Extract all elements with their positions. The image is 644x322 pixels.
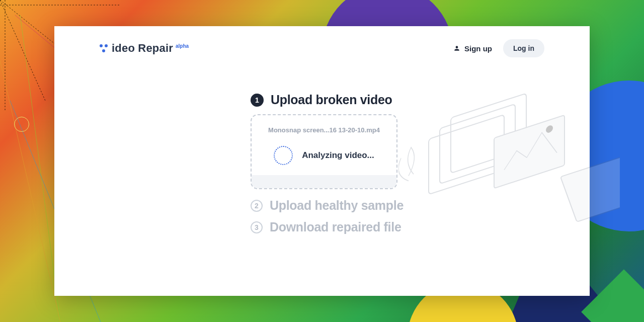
signup-label: Sign up xyxy=(464,44,492,53)
app-card: ideo Repair alpha Sign up Log in xyxy=(54,26,590,296)
person-icon xyxy=(453,45,460,52)
brand-badge: alpha xyxy=(176,43,189,49)
step-number-badge: 1 xyxy=(251,94,264,107)
step-1-header: 1 Upload broken video xyxy=(251,93,502,107)
step-3-header: 3 Download repaired file xyxy=(251,220,502,234)
svg-point-13 xyxy=(546,124,553,134)
upload-dropzone[interactable]: Monosnap screen...16 13-20-10.mp4 Analyz… xyxy=(251,114,397,189)
svg-line-7 xyxy=(0,60,60,322)
upload-progress-track xyxy=(252,175,396,188)
step-title: Download repaired file xyxy=(270,220,401,234)
step-2-header: 2 Upload healthy sample xyxy=(251,198,502,213)
uploaded-filename: Monosnap screen...16 13-20-10.mp4 xyxy=(263,126,385,134)
main-content: 1 Upload broken video Monosnap screen...… xyxy=(54,57,590,234)
upload-status-text: Analyzing video... xyxy=(302,150,374,160)
signup-link[interactable]: Sign up xyxy=(453,44,492,53)
step-title: Upload healthy sample xyxy=(270,198,404,213)
step-number-badge: 3 xyxy=(251,221,263,233)
nav-right: Sign up Log in xyxy=(453,39,544,57)
brand-text: ideo Repair xyxy=(112,42,173,55)
steps-list: 1 Upload broken video Monosnap screen...… xyxy=(251,93,502,234)
logo-mark-icon xyxy=(100,44,110,52)
upload-status-row: Analyzing video... xyxy=(263,146,385,165)
svg-line-3 xyxy=(0,0,45,101)
step-title: Upload broken video xyxy=(271,93,392,107)
spinner-icon xyxy=(274,146,293,165)
svg-rect-12 xyxy=(494,115,565,188)
brand-logo[interactable]: ideo Repair alpha xyxy=(100,42,189,55)
svg-rect-11 xyxy=(494,115,565,188)
bg-ring xyxy=(14,117,29,132)
step-number-badge: 2 xyxy=(251,200,263,212)
top-bar: ideo Repair alpha Sign up Log in xyxy=(54,26,590,57)
login-button[interactable]: Log in xyxy=(503,39,544,57)
